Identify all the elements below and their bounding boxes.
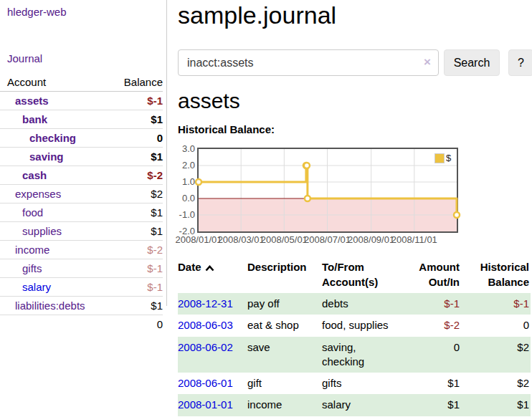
accounts-cell: food, supplies	[322, 315, 402, 336]
account-row: saving$1	[0, 148, 163, 166]
account-row: bank$1	[0, 110, 163, 129]
account-balance: 0	[112, 129, 163, 148]
account-balance: $-1	[112, 92, 163, 110]
account-balance: $1	[112, 222, 163, 241]
balance-column-header-main: Historical Balance	[461, 257, 531, 293]
account-row: checking0	[0, 129, 163, 148]
transaction-date-link[interactable]: 2008-12-31	[178, 297, 233, 310]
account-row: liabilities:debts$1	[0, 297, 163, 315]
account-link-checking[interactable]: checking	[29, 132, 76, 144]
account-row: food$1	[0, 203, 163, 222]
account-row: gifts$-1	[0, 259, 163, 278]
date-cell: 2008-06-03	[178, 315, 247, 336]
account-balance: $1	[112, 148, 163, 166]
x-tick-label: 2008/11/01	[389, 234, 440, 245]
account-link-cash[interactable]: cash	[22, 169, 47, 181]
hledger-web-page: { "app": { "title": "hledger-web", "nav_…	[0, 0, 532, 417]
search-input[interactable]	[178, 49, 439, 76]
account-link-salary[interactable]: salary	[22, 281, 51, 293]
register-row: 2008-06-01giftgifts$1$2	[178, 373, 531, 394]
account-balance: $-2	[112, 241, 163, 259]
amount-cell: $-1	[402, 293, 461, 315]
date-cell: 2008-06-01	[178, 373, 247, 394]
spacer-cell	[0, 315, 112, 334]
account-link-income[interactable]: income	[15, 244, 49, 256]
chart-legend: $	[434, 153, 451, 163]
account-balance: $2	[112, 185, 163, 203]
legend-label: $	[446, 153, 451, 163]
balance-column-header: Balance	[112, 73, 163, 92]
register-row: 2008-12-31pay offdebts$-1$-1	[178, 293, 531, 315]
accounts-cell: saving, checking	[322, 337, 402, 373]
chart-canvas	[197, 148, 458, 233]
sort-ascending-icon	[205, 265, 214, 272]
x-tick-label: 2008/07/01	[303, 234, 353, 245]
account-link-liabilities-debts[interactable]: liabilities:debts	[15, 299, 85, 312]
account-row: expenses$2	[0, 185, 163, 203]
y-tick-label: 0.0	[174, 193, 195, 204]
description-cell: gift	[247, 373, 322, 394]
register-header-row: Date Description To/From Account(s) Amou…	[178, 257, 531, 293]
amount-cell: $1	[402, 373, 461, 394]
account-total-row: 0	[0, 315, 163, 334]
amount-cell: 0	[402, 337, 461, 373]
register-table-body: 2008-12-31pay offdebts$-1$-12008-06-03ea…	[178, 293, 531, 416]
amount-cell: $1	[402, 394, 461, 416]
help-button[interactable]: ?	[508, 49, 532, 76]
balance-cell: 0	[461, 315, 531, 336]
balance-cell: $2	[461, 373, 531, 394]
register-row: 2008-01-01incomesalary$1$1	[178, 394, 531, 416]
balance-cell: $1	[461, 394, 531, 416]
app-title-link[interactable]: hledger-web	[7, 6, 67, 18]
account-link-expenses[interactable]: expenses	[15, 188, 61, 200]
register-table: Date Description To/From Account(s) Amou…	[178, 257, 531, 416]
search-button[interactable]: Search	[444, 49, 500, 76]
description-column-header: Description	[247, 257, 322, 293]
account-heading: assets	[178, 89, 240, 113]
account-link-food[interactable]: food	[22, 206, 43, 219]
date-cell: 2008-12-31	[178, 293, 247, 315]
sidebar-divider	[166, 0, 167, 306]
date-header-label: Date	[178, 261, 201, 273]
transaction-date-link[interactable]: 2008-01-01	[178, 398, 233, 411]
description-cell: save	[247, 337, 322, 373]
register-row: 2008-06-03eat & shopfood, supplies$-20	[178, 315, 531, 336]
account-link-supplies[interactable]: supplies	[22, 225, 62, 237]
clear-search-icon[interactable]: ×	[424, 56, 431, 69]
account-balance: $1	[112, 297, 163, 315]
transaction-date-link[interactable]: 2008-06-03	[178, 319, 233, 331]
account-balance-table: Account Balance assets$-1bank$1checking0…	[0, 73, 163, 333]
y-tick-label: 1.0	[174, 176, 195, 188]
account-link-saving[interactable]: saving	[29, 150, 64, 163]
date-column-header[interactable]: Date	[178, 257, 247, 293]
account-link-bank[interactable]: bank	[22, 113, 47, 125]
account-link-assets[interactable]: assets	[15, 95, 49, 107]
balance-cell: $2	[461, 337, 531, 373]
y-tick-label: -1.0	[174, 209, 195, 221]
account-balance: $-1	[112, 259, 163, 278]
page-title: sample.journal	[178, 1, 336, 29]
account-table-body: assets$-1bank$1checking0saving$1cash$-2e…	[0, 92, 163, 315]
amount-cell: $-2	[402, 315, 461, 336]
account-row: income$-2	[0, 241, 163, 259]
account-balance: $1	[112, 110, 163, 129]
y-tick-label: 2.0	[174, 160, 195, 171]
amount-column-header: Amount Out/In	[402, 257, 461, 293]
accounts-cell: debts	[322, 293, 402, 315]
transaction-date-link[interactable]: 2008-06-01	[178, 377, 233, 389]
total-balance: 0	[112, 315, 163, 334]
account-row: supplies$1	[0, 222, 163, 241]
transaction-date-link[interactable]: 2008-06-02	[178, 341, 233, 353]
account-balance: $-2	[112, 166, 163, 185]
date-cell: 2008-06-02	[178, 337, 247, 373]
legend-swatch-icon	[434, 153, 445, 163]
date-cell: 2008-01-01	[178, 394, 247, 416]
nav-journal-link[interactable]: Journal	[7, 52, 42, 64]
description-cell: eat & shop	[247, 315, 322, 336]
account-column-header: Account	[0, 73, 112, 92]
account-balance: $1	[112, 203, 163, 222]
description-cell: pay off	[247, 293, 322, 315]
account-row: salary$-1	[0, 278, 163, 297]
account-link-gifts[interactable]: gifts	[22, 262, 42, 274]
account-row: assets$-1	[0, 92, 163, 110]
